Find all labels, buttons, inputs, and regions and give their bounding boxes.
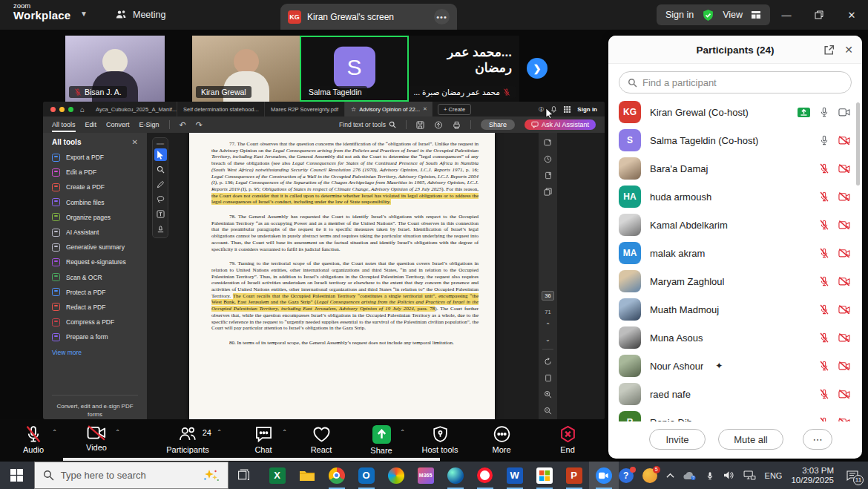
traffic-lights[interactable] (50, 107, 73, 112)
language-indicator[interactable]: ENG (765, 471, 783, 480)
tool-item[interactable]: Combine files (43, 195, 147, 210)
participant-row[interactable]: HAhuda armoush (608, 183, 862, 211)
muted-mic-icon[interactable] (819, 248, 829, 258)
tool-item[interactable]: Scan & OCR (43, 270, 147, 285)
find-text-button[interactable]: Find text or tools (339, 121, 396, 128)
mic-icon[interactable] (819, 107, 829, 117)
muted-mic-icon[interactable] (819, 389, 829, 399)
more-button[interactable]: More (472, 419, 531, 462)
ask-ai-assistant-button[interactable]: Ask AI Assistant (525, 119, 596, 130)
view-grid-icon[interactable] (751, 10, 761, 20)
acrobat-sign-in-button[interactable]: Sign in (577, 106, 597, 113)
video-tile[interactable]: SSalma Tageldin (300, 36, 409, 102)
muted-mic-icon[interactable] (819, 220, 829, 230)
camera-off-icon[interactable] (838, 192, 850, 202)
tool-item[interactable]: Organize pages (43, 210, 147, 225)
microphone-tray-icon[interactable] (706, 470, 714, 481)
task-view-button[interactable] (228, 462, 260, 489)
add-text-tool[interactable] (154, 208, 167, 220)
menu-item-edit[interactable]: Edit (85, 121, 97, 128)
opera-icon[interactable] (470, 462, 500, 489)
participant-row[interactable]: Kamal Abdelkarim (608, 211, 862, 239)
save-icon[interactable] (416, 121, 424, 129)
share-button[interactable]: Share⌃ (352, 419, 411, 462)
chat-button[interactable]: Chat⌃ (234, 419, 293, 462)
video-tile[interactable]: ...محمد عمر رمضان محمد عمر رمضان صبرة ..… (409, 36, 519, 102)
find-participant-input[interactable]: Find a participant (619, 71, 852, 93)
chevron-up-icon[interactable]: ⌃ (400, 429, 405, 436)
zoom-tool[interactable] (154, 163, 167, 176)
print-icon[interactable] (453, 121, 461, 129)
mic-icon[interactable] (819, 135, 829, 145)
tool-item[interactable]: Protect a PDF (43, 285, 147, 300)
participant-row[interactable]: raed nafe (608, 380, 862, 408)
sign-in-button[interactable]: Sign in (665, 10, 694, 20)
maximize-icon[interactable] (68, 107, 73, 112)
tool-item[interactable]: Generative summary (43, 240, 147, 255)
ai-sparkle-icon[interactable] (544, 139, 552, 147)
share-button[interactable]: Share (481, 119, 515, 130)
network-icon[interactable] (743, 470, 756, 480)
participant-row[interactable]: Maryam Zaghloul (608, 267, 862, 295)
participant-row[interactable]: Muna Asous (608, 324, 862, 352)
tab-meeting[interactable]: Meeting (115, 0, 165, 30)
excel-icon[interactable]: X (263, 462, 292, 489)
previous-page-icon[interactable]: ⌃ (545, 324, 550, 328)
more-actions-button[interactable]: ⋯ (803, 429, 832, 450)
participant-row[interactable]: Nour Ashour✦ (608, 352, 862, 380)
camera-off-icon[interactable] (838, 305, 850, 315)
react-button[interactable]: React (292, 419, 351, 462)
chevron-up-icon[interactable]: ⌃ (115, 429, 120, 436)
menu-item-all-tools[interactable]: All tools (52, 121, 76, 128)
end-button[interactable]: End (538, 419, 597, 462)
chevron-down-icon[interactable]: ▼ (80, 10, 88, 18)
select-tool[interactable] (154, 148, 167, 161)
tray-expand-icon[interactable] (666, 473, 674, 479)
zoom-in-icon[interactable] (544, 390, 552, 398)
powerpoint-icon[interactable]: P (559, 462, 589, 489)
camera-off-icon[interactable] (838, 164, 850, 174)
chrome-icon[interactable] (322, 462, 352, 489)
pen-tool[interactable] (154, 178, 167, 191)
document-tab[interactable]: Self determination statehood... (177, 102, 265, 116)
tool-item[interactable]: Request e-signatures (43, 255, 147, 269)
scrollbar[interactable] (856, 102, 860, 186)
start-button[interactable] (0, 462, 34, 489)
tool-item[interactable]: Redact a PDF (43, 300, 147, 315)
next-videos-button[interactable]: ❯ (527, 58, 548, 79)
onedrive-icon[interactable]: ? (683, 471, 697, 480)
copilot-icon[interactable] (381, 462, 411, 489)
more-options-icon[interactable]: ••• (434, 9, 450, 24)
camera-off-icon[interactable] (838, 390, 850, 399)
tool-item[interactable]: Create a PDF (43, 180, 147, 194)
zoom-out-icon[interactable] (544, 407, 552, 415)
participant-row[interactable]: MAmalak akram (608, 239, 862, 267)
video-button[interactable]: Video⌃ (67, 419, 126, 462)
participant-row[interactable]: SSalma Tageldin (Co-host) (608, 126, 862, 154)
participants-button[interactable]: Participants24⌃ (151, 419, 225, 462)
participant-row[interactable]: KGKiran Grewal (Co-host) (608, 98, 862, 126)
page-thumbnails-icon[interactable] (544, 188, 552, 196)
action-center-button[interactable]: 11 (843, 467, 862, 485)
tool-item[interactable]: Export a PDF (43, 150, 147, 165)
upload-cloud-icon[interactable] (434, 121, 443, 129)
apps-grid-icon[interactable] (564, 106, 571, 113)
participant-row[interactable]: RRania Dib (608, 408, 862, 421)
muted-mic-icon[interactable] (819, 191, 829, 202)
minimize-icon[interactable] (59, 107, 65, 112)
document-tab[interactable]: Ayca_Cubukcu_2025_A_Manif... (90, 102, 177, 116)
undo-icon[interactable]: ↶ (180, 120, 186, 130)
host-tools-button[interactable]: Host tools (410, 419, 470, 462)
muted-mic-icon[interactable] (819, 276, 829, 286)
tool-item[interactable]: Prepare a form (43, 329, 147, 344)
close-button[interactable]: ✕ (835, 0, 868, 30)
clock[interactable]: 3:03 PM 10/29/2025 (791, 466, 834, 485)
outlook-icon[interactable]: O (352, 462, 381, 489)
redo-icon[interactable]: ↷ (196, 120, 203, 130)
notification-app-icon[interactable]: 5 (642, 468, 657, 483)
bookmarks-icon[interactable] (545, 171, 552, 180)
view-more-link[interactable]: View more (43, 344, 147, 361)
history-clock-icon[interactable] (544, 155, 552, 163)
zoom-icon[interactable] (589, 462, 619, 489)
participant-row[interactable]: Bara'a Damaj (608, 154, 862, 183)
